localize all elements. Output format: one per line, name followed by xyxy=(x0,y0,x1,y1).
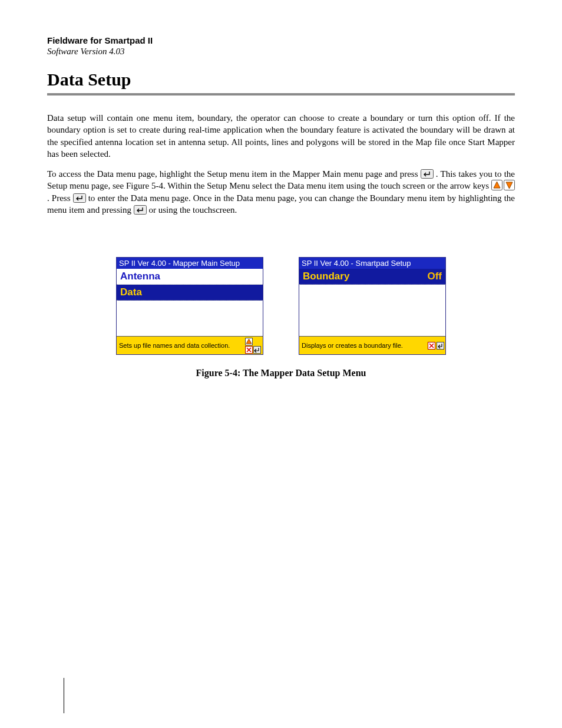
footer-icons xyxy=(244,337,263,354)
menu-label: Data xyxy=(120,286,142,298)
enter-icon xyxy=(421,169,434,179)
screen-title: SP II Ver 4.00 - Smartpad Setup xyxy=(299,258,445,269)
menu-item-data[interactable]: Data xyxy=(117,285,263,301)
product-name: Fieldware for Smartpad II xyxy=(47,35,515,45)
screen-smartpad-setup: SP II Ver 4.00 - Smartpad Setup Boundary… xyxy=(299,257,446,355)
p2-seg-a: To access the Data menu page, highlight … xyxy=(47,169,421,179)
enter-icon[interactable] xyxy=(437,342,444,350)
divider xyxy=(47,93,515,95)
menu-value: Off xyxy=(427,271,442,282)
screen-title: SP II Ver 4.00 - Mapper Main Setup xyxy=(117,258,263,269)
menu-item-boundary[interactable]: Boundary Off xyxy=(299,269,445,285)
footer-text: Displays or creates a boundary file. xyxy=(299,337,427,354)
footer-text: Sets up file names and data collection. xyxy=(117,337,244,354)
menu-item-antenna[interactable]: Antenna xyxy=(117,269,263,285)
menu-label: Antenna xyxy=(120,271,160,282)
footer-icons xyxy=(427,337,445,354)
p2-seg-d: to enter the Data menu page. Once in the… xyxy=(47,193,515,215)
close-enter-icons[interactable] xyxy=(245,346,262,354)
enter-icon xyxy=(134,205,147,215)
page: Fieldware for Smartpad II Software Versi… xyxy=(0,0,562,402)
close-icon[interactable] xyxy=(428,342,435,350)
figure-row: SP II Ver 4.00 - Mapper Main Setup Anten… xyxy=(47,257,515,355)
screen-body xyxy=(117,301,263,336)
figure-caption: Figure 5-4: The Mapper Data Setup Menu xyxy=(47,368,515,378)
up-down-arrow-icons xyxy=(491,180,515,190)
svg-rect-0 xyxy=(421,170,433,179)
screen-footer: Sets up file names and data collection. xyxy=(117,336,263,354)
paragraph-2: To access the Data menu page, highlight … xyxy=(47,168,515,216)
p2-seg-c: . Press xyxy=(47,193,73,203)
svg-rect-13 xyxy=(437,342,444,349)
section-title: Data Setup xyxy=(47,70,515,90)
up-arrow-icon[interactable] xyxy=(245,338,262,345)
page-header: Fieldware for Smartpad II Software Versi… xyxy=(47,35,515,57)
enter-icon xyxy=(73,193,86,203)
p2-seg-e: or using the touchscreen. xyxy=(148,205,237,215)
screen-body xyxy=(299,285,445,336)
screen-footer: Displays or creates a boundary file. xyxy=(299,336,445,354)
svg-rect-4 xyxy=(134,205,146,214)
software-version: Software Version 4.03 xyxy=(47,47,515,57)
screen-mapper-main-setup: SP II Ver 4.00 - Mapper Main Setup Anten… xyxy=(116,257,263,355)
svg-rect-3 xyxy=(73,193,85,202)
svg-rect-9 xyxy=(254,346,261,353)
paragraph-1: Data setup will contain one menu item, b… xyxy=(47,112,515,160)
menu-label: Boundary xyxy=(303,271,349,282)
